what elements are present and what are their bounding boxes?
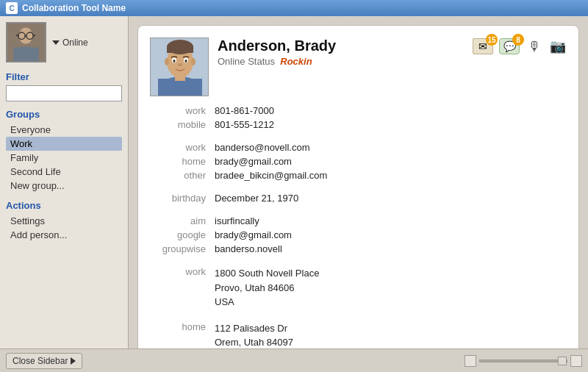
label-phone-mobile: mobile [150, 119, 209, 130]
filter-input[interactable] [6, 85, 122, 101]
zoom-bar [465, 355, 582, 367]
svg-point-18 [173, 60, 176, 62]
close-sidebar-label: Close Sidebar [12, 356, 68, 366]
phone-mobile-value: 801-555-1212 [215, 119, 567, 130]
close-sidebar-arrow-icon [71, 357, 76, 365]
title-bar: C Collaboration Tool Name [0, 0, 588, 16]
sidebar-item-newgroup[interactable]: New group... [6, 179, 122, 193]
avatar-area: Online [6, 22, 122, 62]
zoom-slider[interactable] [479, 360, 567, 362]
svg-point-19 [185, 60, 187, 62]
label-birthday: birthday [150, 193, 209, 204]
birthday-value: December 21, 1970 [215, 193, 567, 204]
contact-icons: ✉ 15 💬 8 🎙 📷 [473, 37, 567, 55]
contact-photo [150, 37, 209, 96]
contact-name: Anderson, Brady [218, 37, 464, 54]
svg-rect-15 [167, 46, 193, 53]
actions-section: Actions Settings Add person... [6, 200, 122, 242]
svg-line-7 [16, 35, 18, 36]
contact-details: work 801-861-7000 mobile 801-555-1212 wo… [150, 105, 567, 348]
sidebar: Online Filter Groups Everyone Work Famil… [0, 16, 129, 348]
label-email-work: work [150, 142, 209, 153]
email-home-value: brady@gmail.com [215, 156, 567, 167]
svg-rect-3 [13, 47, 38, 61]
address-home-value: 112 Palisades Dr Orem, Utah 84097 USA [215, 321, 567, 349]
label-address-work: work [150, 266, 209, 310]
chat-badge: 8 [512, 34, 524, 46]
app-icon: C [6, 2, 18, 14]
zoom-min-icon [465, 355, 476, 367]
contact-status-value: Rockin [280, 56, 312, 67]
label-google: google [150, 229, 209, 240]
label-aim: aim [150, 215, 209, 226]
content-area: Anderson, Brady Online Status Rockin ✉ 1… [129, 16, 588, 348]
groups-label: Groups [6, 109, 122, 120]
phone-work-value: 801-861-7000 [215, 105, 567, 116]
aim-value: isurfincally [215, 215, 567, 226]
app-title: Collaboration Tool Name [22, 3, 126, 13]
contact-card: Anderson, Brady Online Status Rockin ✉ 1… [137, 25, 579, 348]
contact-name-area: Anderson, Brady Online Status Rockin [218, 37, 464, 67]
filter-label: Filter [6, 71, 122, 82]
online-status-area: Online [52, 37, 88, 48]
email-icon-container[interactable]: ✉ 15 [473, 38, 493, 54]
svg-point-20 [178, 63, 182, 66]
contact-header: Anderson, Brady Online Status Rockin ✉ 1… [150, 37, 567, 96]
zoom-max-icon [570, 355, 582, 367]
label-groupwise: groupwise [150, 243, 209, 254]
svg-line-8 [33, 35, 35, 36]
avatar [6, 22, 46, 62]
bottom-bar: Close Sidebar [0, 348, 588, 372]
sidebar-item-secondlife[interactable]: Second Life [6, 165, 122, 179]
svg-rect-11 [158, 79, 202, 96]
svg-point-22 [191, 58, 196, 65]
close-sidebar-button[interactable]: Close Sidebar [6, 353, 82, 369]
groups-list: Everyone Work Family Second Life New gro… [6, 123, 122, 193]
address-work-value: 1800 South Novell Place Provo, Utah 8460… [215, 266, 567, 310]
settings-action[interactable]: Settings [6, 214, 122, 228]
label-email-home: home [150, 156, 209, 167]
camera-icon[interactable]: 📷 [549, 37, 567, 55]
label-email-other: other [150, 170, 209, 181]
email-work-value: banderso@novell.com [215, 142, 567, 153]
chat-icon-container[interactable]: 💬 8 [499, 38, 520, 54]
email-other-value: bradee_bikcin@gmail.com [215, 170, 567, 181]
label-phone-work: work [150, 105, 209, 116]
sidebar-item-work[interactable]: Work [6, 137, 122, 151]
contact-status-label: Online Status [218, 56, 275, 67]
google-value: brady@gmail.com [215, 229, 567, 240]
label-address-home: home [150, 321, 209, 349]
online-status-text: Online [62, 37, 88, 48]
main-container: Online Filter Groups Everyone Work Famil… [0, 16, 588, 348]
email-badge: 15 [486, 34, 498, 46]
zoom-thumb[interactable] [558, 357, 567, 365]
contact-status-line: Online Status Rockin [218, 56, 464, 67]
online-indicator [52, 40, 60, 45]
phone-icon[interactable]: 🎙 [526, 37, 543, 55]
sidebar-item-family[interactable]: Family [6, 151, 122, 165]
add-person-action[interactable]: Add person... [6, 228, 122, 242]
groupwise-value: banderso.novell [215, 243, 567, 254]
actions-label: Actions [6, 200, 122, 211]
sidebar-item-everyone[interactable]: Everyone [6, 123, 122, 137]
svg-point-21 [165, 58, 169, 65]
